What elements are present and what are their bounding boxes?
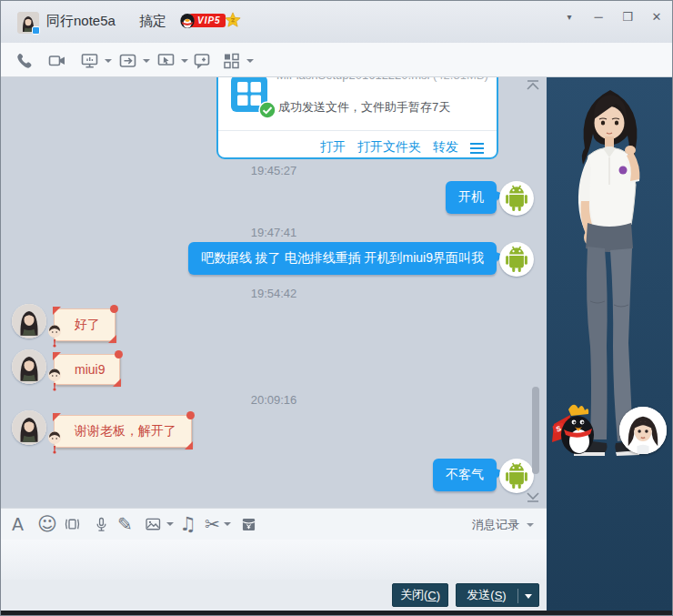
android-robot-icon (499, 181, 534, 216)
file-name-text: MiFlashSetup201612220.msi (276, 77, 429, 82)
scroll-to-top-icon[interactable] (525, 79, 541, 92)
minimize-icon[interactable]: ─ (588, 8, 608, 26)
screenshot-caret-icon[interactable] (224, 522, 231, 526)
bubble-decor-icon (53, 307, 61, 315)
maximize-icon[interactable]: ❒ (618, 8, 638, 26)
bubble-decor-icon (185, 441, 193, 449)
qq-show-avatar[interactable] (619, 407, 667, 454)
timestamp: 19:47:41 (1, 226, 547, 239)
bubble-charm-icon (46, 368, 63, 391)
handwriting-button[interactable]: ✎ (117, 514, 133, 534)
call-toolbar (1, 43, 673, 77)
message-row-received: 谢谢老板，解开了 (1, 410, 547, 447)
footer-bar: 关闭(C) 发送(S) (1, 580, 547, 611)
emoticon-button[interactable]: ☺ (37, 514, 57, 534)
android-robot-icon (499, 242, 534, 277)
smiley-icon: ☺ (37, 514, 57, 534)
forward-link[interactable]: 转发 (433, 139, 458, 156)
message-row-sent: 吧数据线 拔了 电池排线重插 开机到miui9界面叫我 (1, 242, 547, 278)
contact-name: 同行note5a (46, 13, 116, 30)
message-input[interactable] (1, 540, 547, 580)
screenshot-button[interactable]: ✂ (205, 514, 231, 534)
file-transfer-caret-icon[interactable] (143, 59, 150, 63)
message-list: MiFlashSetup201612220.msi (42.51MB) 成功发送… (1, 77, 547, 508)
send-file-icon (117, 50, 139, 72)
open-folder-link[interactable]: 打开文件夹 (357, 139, 421, 156)
self-avatar[interactable] (499, 242, 534, 277)
message-row-received: 好了 (1, 304, 547, 340)
received-text: miui9 (75, 362, 105, 377)
bubble-decor-icon (186, 411, 195, 419)
qq-penguin-mascot-icon[interactable]: S (550, 402, 598, 459)
applications-button[interactable] (221, 50, 254, 72)
send-image-button[interactable] (144, 514, 174, 534)
received-text: 好了 (75, 317, 100, 331)
card-divider (218, 130, 497, 131)
file-card-actions: 打开 打开文件夹 转发 (320, 139, 484, 156)
applications-caret-icon[interactable] (246, 59, 254, 63)
self-avatar[interactable] (499, 459, 534, 493)
sent-bubble: 吧数据线 拔了 电池排线重插 开机到miui9界面叫我 (188, 242, 497, 275)
font-icon: A (12, 514, 24, 534)
bubble-decor-icon (108, 335, 116, 343)
create-group-chat-button[interactable] (192, 50, 214, 72)
voice-message-button[interactable] (92, 514, 111, 534)
scroll-to-bottom-icon[interactable] (525, 490, 541, 503)
bubble-decor-icon (113, 379, 121, 387)
video-call-button[interactable] (46, 50, 68, 72)
red-packet-button[interactable] (239, 514, 258, 534)
pencil-icon: ✎ (117, 514, 133, 534)
close-icon[interactable]: ✕ (647, 8, 667, 26)
file-status-text: 成功发送文件，文件助手暂存7天 (278, 99, 450, 116)
music-note-icon: ♫ (179, 514, 196, 534)
received-bubble: miui9 (54, 354, 120, 385)
bubble-decor-icon (115, 350, 123, 358)
window-menu-icon[interactable]: ▾ (559, 8, 579, 26)
send-options-caret-icon[interactable] (525, 594, 532, 599)
input-toolbar: A ☺ ✎ ♫ ✂ (1, 508, 547, 540)
voice-call-button[interactable] (14, 50, 35, 72)
chat-plus-icon (192, 50, 214, 72)
remote-desktop-button[interactable] (156, 50, 188, 72)
screen-share-icon (79, 50, 101, 72)
remote-desktop-caret-icon[interactable] (181, 59, 188, 63)
bubble-decor-icon (53, 352, 61, 360)
window-shake-button[interactable] (63, 514, 82, 534)
message-row-received: miui9 (1, 349, 547, 386)
message-history-button[interactable]: 消息记录 (472, 517, 534, 533)
message-row-sent: 不客气 (1, 459, 547, 495)
image-caret-icon[interactable] (166, 522, 174, 526)
received-bubble: 谢谢老板，解开了 (54, 415, 192, 448)
bubble-charm-icon (46, 324, 63, 348)
file-transfer-button[interactable] (117, 50, 150, 72)
open-file-link[interactable]: 打开 (320, 139, 346, 156)
girl-face-icon (619, 407, 667, 454)
music-share-button[interactable]: ♫ (179, 514, 196, 534)
received-bubble: 好了 (54, 308, 116, 341)
girl-portrait-icon (12, 304, 46, 338)
window-bottom-edge (1, 611, 673, 616)
screen-share-button[interactable] (79, 50, 112, 72)
contact-avatar[interactable] (12, 304, 46, 338)
timestamp: 20:09:16 (1, 393, 547, 407)
contact-avatar[interactable] (12, 349, 46, 384)
send-button[interactable]: 发送(S) (456, 583, 539, 607)
message-row-sent: 开机 (1, 181, 547, 217)
screen-share-caret-icon[interactable] (105, 59, 112, 63)
close-button[interactable]: 关闭(C) (392, 583, 448, 607)
device-indicator-icon (32, 26, 40, 35)
window-controls: ▾ ─ ❒ ✕ (559, 8, 667, 26)
vip-badge[interactable]: VIP5 (179, 13, 226, 28)
font-style-button[interactable]: A (12, 514, 24, 534)
message-history-label: 消息记录 (472, 517, 519, 533)
self-avatar[interactable] (499, 181, 534, 216)
image-icon (144, 515, 163, 534)
scrollbar-thumb[interactable] (532, 387, 539, 474)
apps-grid-icon (221, 50, 243, 72)
more-actions-icon[interactable] (470, 141, 484, 154)
contact-avatar[interactable] (12, 410, 46, 445)
close-label-suffix: ) (437, 589, 440, 602)
file-size: (42.51MB) (433, 77, 488, 82)
qq-show-panel[interactable]: S (547, 77, 673, 611)
received-text: 谢谢老板，解开了 (75, 423, 176, 438)
